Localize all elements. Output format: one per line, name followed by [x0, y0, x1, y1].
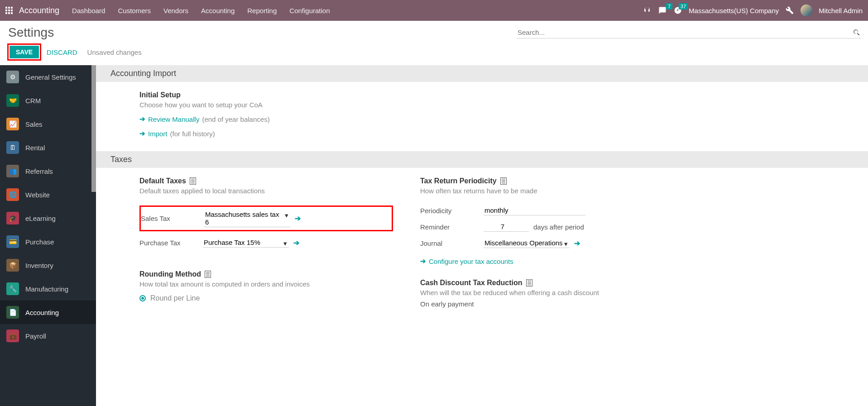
- import-link[interactable]: Import: [148, 130, 168, 138]
- external-link-icon[interactable]: ➔: [295, 214, 301, 223]
- control-panel: Settings SAVE DISCARD Unsaved changes: [0, 21, 868, 65]
- scrollbar-thumb[interactable]: [91, 65, 96, 192]
- app-icon: 🔧: [6, 282, 19, 295]
- page-title: Settings: [8, 25, 54, 40]
- reminder-label: Reminder: [420, 223, 484, 231]
- caret-down-icon: ▾: [283, 239, 287, 248]
- app-icon: 🗓: [6, 141, 19, 154]
- user-name[interactable]: Mitchell Admin: [819, 7, 863, 14]
- purchase-tax-label: Purchase Tax: [139, 239, 203, 247]
- periodicity-select[interactable]: monthly: [484, 205, 585, 215]
- apps-icon[interactable]: [5, 7, 13, 14]
- sidebar-item-label: Manufacturing: [25, 285, 68, 293]
- sidebar-item-label: Inventory: [25, 262, 53, 269]
- periodicity-label: Periodicity: [420, 207, 484, 215]
- round-per-line-label: Round per Line: [150, 294, 200, 302]
- sidebar-item-label: CRM: [25, 97, 41, 105]
- nav-accounting[interactable]: Accounting: [201, 7, 235, 14]
- caret-down-icon: ▾: [564, 240, 568, 248]
- app-icon: 📄: [6, 306, 19, 319]
- sidebar-item-rental[interactable]: 🗓Rental: [0, 136, 96, 159]
- building-icon: [500, 177, 507, 185]
- sidebar-item-label: Payroll: [25, 332, 46, 340]
- sales-tax-label: Sales Tax: [141, 215, 204, 222]
- settings-content: Accounting Import Initial Setup Choose h…: [96, 65, 868, 406]
- arrow-icon: ➔: [139, 115, 145, 123]
- sidebar-item-label: Accounting: [25, 309, 59, 316]
- caret-down-icon: ▾: [285, 211, 288, 220]
- sidebar-item-general-settings[interactable]: ⚙General Settings: [0, 65, 96, 89]
- sidebar-item-label: Sales: [25, 120, 43, 128]
- default-taxes-title: Default Taxes: [139, 177, 186, 185]
- activities-icon[interactable]: 37: [673, 6, 682, 15]
- sidebar-item-website[interactable]: 🌐Website: [0, 183, 96, 206]
- nav-reporting[interactable]: Reporting: [247, 7, 277, 14]
- import-hint: (for full history): [170, 130, 215, 138]
- arrow-icon: ➔: [139, 129, 145, 138]
- sidebar-item-purchase[interactable]: 💳Purchase: [0, 230, 96, 253]
- review-hint: (end of year balances): [202, 115, 269, 123]
- default-taxes-desc: Default taxes applied to local transacti…: [139, 187, 393, 195]
- nav-configuration[interactable]: Configuration: [289, 7, 330, 14]
- journal-label: Journal: [420, 239, 484, 247]
- avatar[interactable]: [801, 5, 812, 16]
- nav-dashboard[interactable]: Dashboard: [72, 7, 105, 14]
- external-link-icon[interactable]: ➔: [574, 239, 580, 248]
- activities-badge: 37: [679, 3, 688, 10]
- sidebar-item-manufacturing[interactable]: 🔧Manufacturing: [0, 277, 96, 301]
- sidebar-item-payroll[interactable]: 💼Payroll: [0, 324, 96, 348]
- nav-customers[interactable]: Customers: [118, 7, 151, 14]
- tax-return-title: Tax Return Periodicity: [420, 177, 497, 185]
- top-navbar: Accounting Dashboard Customers Vendors A…: [0, 0, 868, 21]
- app-icon: 💼: [6, 330, 19, 342]
- sales-tax-select[interactable]: Massachusetts sales tax 6 ▾: [204, 210, 290, 227]
- cash-discount-title: Cash Discount Tax Reduction: [420, 279, 523, 287]
- sidebar-item-label: Website: [25, 191, 50, 199]
- sidebar-item-label: General Settings: [25, 73, 76, 81]
- building-icon: [526, 279, 532, 287]
- sidebar-item-label: Purchase: [25, 238, 54, 246]
- journal-select[interactable]: Miscellaneous Operations ▾: [484, 238, 570, 248]
- purchase-tax-select[interactable]: Purchase Tax 15% ▾: [203, 238, 289, 248]
- cash-discount-desc: When will the tax be reduced when offeri…: [420, 289, 674, 296]
- configure-tax-link[interactable]: Configure your tax accounts: [429, 258, 513, 265]
- app-icon: 🤝: [6, 94, 19, 107]
- search-icon[interactable]: [853, 29, 861, 37]
- settings-sidebar: ⚙General Settings🤝CRM📈Sales🗓Rental👥Refer…: [0, 65, 96, 406]
- tax-return-desc: How often tax returns have to be made: [420, 187, 674, 195]
- external-link-icon[interactable]: ➔: [293, 239, 299, 247]
- debug-icon[interactable]: [785, 6, 794, 15]
- support-icon[interactable]: [643, 6, 652, 15]
- messages-icon[interactable]: 7: [658, 6, 667, 15]
- app-icon: 🌐: [6, 188, 19, 201]
- sidebar-item-inventory[interactable]: 📦Inventory: [0, 253, 96, 277]
- app-icon: 📦: [6, 259, 19, 272]
- sidebar-item-elearning[interactable]: 🎓eLearning: [0, 206, 96, 230]
- sidebar-item-accounting[interactable]: 📄Accounting: [0, 301, 96, 324]
- unsaved-label: Unsaved changes: [87, 48, 142, 56]
- app-icon: 🎓: [6, 212, 19, 224]
- app-icon: 📈: [6, 118, 19, 130]
- nav-vendors[interactable]: Vendors: [163, 7, 188, 14]
- app-brand[interactable]: Accounting: [19, 6, 59, 15]
- company-selector[interactable]: Massachusetts(US) Company: [689, 7, 779, 14]
- reminder-suffix: days after period: [533, 223, 584, 231]
- app-icon: ⚙: [6, 71, 19, 83]
- section-header-taxes: Taxes: [96, 151, 868, 168]
- search-input[interactable]: [517, 27, 853, 38]
- sidebar-item-referrals[interactable]: 👥Referrals: [0, 159, 96, 183]
- sidebar-item-label: eLearning: [25, 215, 56, 222]
- reminder-input[interactable]: 7: [484, 222, 529, 232]
- discard-button[interactable]: DISCARD: [47, 48, 77, 56]
- radio-round-per-line[interactable]: [139, 295, 146, 301]
- sidebar-item-sales[interactable]: 📈Sales: [0, 112, 96, 136]
- app-icon: 💳: [6, 235, 19, 248]
- rounding-desc: How total tax amount is computed in orde…: [139, 280, 393, 288]
- save-button[interactable]: SAVE: [10, 46, 39, 58]
- review-manually-link[interactable]: Review Manually: [148, 115, 199, 123]
- sidebar-item-crm[interactable]: 🤝CRM: [0, 89, 96, 112]
- arrow-icon: ➔: [420, 257, 426, 265]
- building-icon: [205, 271, 211, 278]
- rounding-title: Rounding Method: [139, 270, 201, 278]
- save-highlight: SAVE: [7, 43, 41, 61]
